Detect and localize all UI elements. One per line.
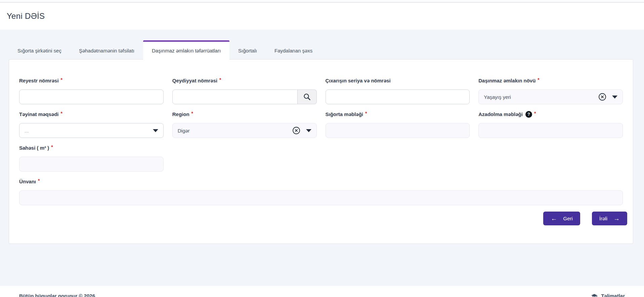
form-card: Reyestr nömrəsi * Qeydiyyat nömrəsi * <box>9 59 633 244</box>
region-value: Digər <box>178 128 292 134</box>
required-marker: * <box>191 110 193 117</box>
label-text: Ünvanı <box>19 178 36 185</box>
deductible-amount-label: Azadolma məbləği ? * <box>478 111 623 118</box>
property-type-select[interactable]: Yaşayış yeri <box>478 89 623 104</box>
registration-number-group <box>172 89 317 104</box>
tab-insured[interactable]: Sığortalı <box>229 40 266 60</box>
area-label: Sahəsi ( m² ) * <box>19 145 164 151</box>
property-type-value: Yaşayış yeri <box>484 94 598 100</box>
required-marker: * <box>534 110 536 117</box>
purpose-select[interactable]: ... <box>19 123 164 138</box>
back-button[interactable]: ← Geri <box>543 212 580 225</box>
field-registry-number: Reyestr nömrəsi * <box>19 77 164 104</box>
next-button-label: İrəli <box>599 216 607 221</box>
label-text: Sığorta məbləği <box>326 111 363 118</box>
label-text: Azadolma məbləği <box>478 111 523 118</box>
field-registration-number: Qeydiyyat nömrəsi * <box>172 77 317 104</box>
insurance-amount-label: Sığorta məbləği * <box>326 111 470 118</box>
extract-serial-label: Çıxarışın seriya və nömrəsi <box>326 77 470 84</box>
deductible-amount-input[interactable] <box>478 123 623 138</box>
field-deductible-amount: Azadolma məbləği ? * <box>478 111 623 138</box>
tab-beneficiary[interactable]: Faydalanan şəxs <box>266 40 321 60</box>
required-marker: * <box>538 76 539 83</box>
form-actions: ← Geri İrəli → <box>543 212 627 225</box>
required-marker: * <box>365 110 367 117</box>
copyright-text: Bütün hüquqlar qorunur © 2026 <box>19 293 95 297</box>
instructions-link-label: Təlimatlar <box>601 293 625 297</box>
page-title: Yeni DƏİS <box>7 11 45 21</box>
grid-spacer <box>172 145 317 178</box>
label-text: Sahəsi ( m² ) <box>19 145 49 151</box>
region-select[interactable]: Digər <box>172 123 317 138</box>
graduation-cap-icon <box>591 293 598 297</box>
arrow-right-icon: → <box>613 215 620 222</box>
purpose-label: Təyinat məqsədi * <box>19 111 164 118</box>
registry-number-label: Reyestr nömrəsi * <box>19 77 164 84</box>
clear-icon[interactable] <box>292 126 301 135</box>
tab-certificate-details[interactable]: Şəhadətnamənin təfsilatı <box>70 40 143 60</box>
field-region: Region * Digər <box>172 111 317 138</box>
required-marker: * <box>51 144 53 150</box>
required-marker: * <box>61 110 62 117</box>
insurance-amount-input[interactable] <box>326 123 470 138</box>
label-text: Reyestr nömrəsi <box>19 77 59 84</box>
chevron-down-icon[interactable] <box>612 96 617 99</box>
field-extract-serial: Çıxarışın seriya və nömrəsi <box>326 77 470 104</box>
instructions-link[interactable]: Təlimatlar <box>591 293 625 297</box>
page-footer: Bütün hüquqlar qorunur © 2026 Təlimatlar <box>0 286 644 297</box>
required-marker: * <box>219 76 221 83</box>
required-marker: * <box>61 76 62 83</box>
label-text: Təyinat məqsədi <box>19 111 59 118</box>
clear-icon[interactable] <box>598 92 607 101</box>
search-icon <box>303 93 311 101</box>
page-header: Yeni DƏİS <box>0 3 644 30</box>
main-content: Sığorta şirkətini seç Şəhadətnamənin təf… <box>0 30 644 286</box>
top-divider <box>0 0 644 3</box>
purpose-value: ... <box>25 128 153 134</box>
tab-bar: Sığorta şirkətini seç Şəhadətnamənin təf… <box>9 40 633 60</box>
search-button[interactable] <box>298 89 317 104</box>
registry-number-input[interactable] <box>19 89 164 104</box>
arrow-left-icon: ← <box>551 215 557 222</box>
form-grid: Reyestr nömrəsi * Qeydiyyat nömrəsi * <box>19 77 623 212</box>
region-label: Region * <box>172 111 317 118</box>
label-text: Çıxarışın seriya və nömrəsi <box>326 77 391 84</box>
registration-number-input[interactable] <box>172 89 298 104</box>
registration-number-label: Qeydiyyat nömrəsi * <box>172 77 317 84</box>
chevron-down-icon[interactable] <box>153 129 158 132</box>
label-text: Qeydiyyat nömrəsi <box>172 77 217 84</box>
chevron-down-icon[interactable] <box>306 129 311 132</box>
extract-serial-input[interactable] <box>326 89 470 104</box>
grid-spacer <box>478 145 623 178</box>
back-button-label: Geri <box>563 216 572 221</box>
field-address: Ünvanı * <box>19 178 623 205</box>
tab-insurance-company[interactable]: Sığorta şirkətini seç <box>9 40 70 60</box>
help-icon[interactable]: ? <box>525 111 532 118</box>
area-input[interactable] <box>19 157 164 172</box>
tab-property-details[interactable]: Daşınmaz əmlakın təfərrüatları <box>143 40 229 60</box>
label-text: Daşınmaz əmlakın növü <box>478 77 535 84</box>
required-marker: * <box>38 177 40 184</box>
address-input[interactable] <box>19 190 623 205</box>
next-button[interactable]: İrəli → <box>592 212 627 225</box>
field-insurance-amount: Sığorta məbləği * <box>326 111 470 138</box>
field-purpose: Təyinat məqsədi * ... <box>19 111 164 138</box>
address-label: Ünvanı * <box>19 178 623 185</box>
label-text: Region <box>172 111 189 118</box>
field-property-type: Daşınmaz əmlakın növü * Yaşayış yeri <box>478 77 623 104</box>
property-type-label: Daşınmaz əmlakın növü * <box>478 77 623 84</box>
field-area: Sahəsi ( m² ) * <box>19 145 164 172</box>
grid-spacer <box>326 145 470 178</box>
